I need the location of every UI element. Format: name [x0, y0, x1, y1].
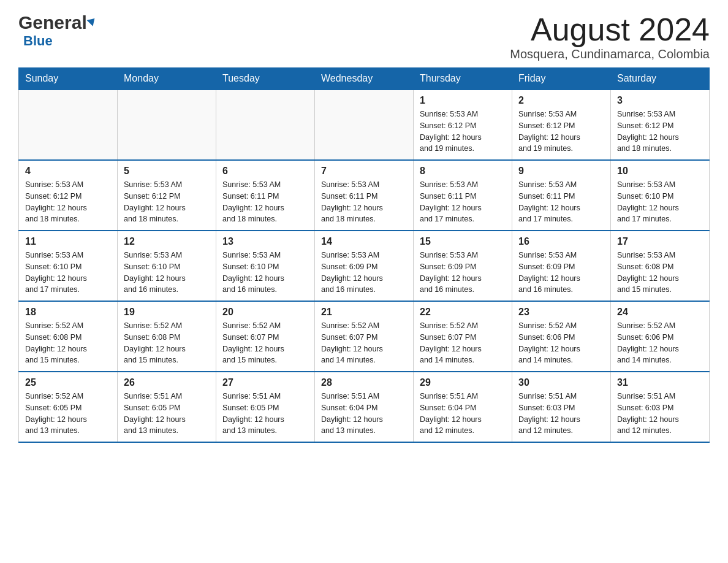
day-number: 23 [518, 307, 604, 318]
day-info: Sunrise: 5:53 AM Sunset: 6:11 PM Dayligh… [518, 179, 604, 225]
calendar-day-cell: 31Sunrise: 5:51 AM Sunset: 6:03 PM Dayli… [611, 372, 710, 442]
day-number: 8 [420, 166, 506, 177]
day-info: Sunrise: 5:53 AM Sunset: 6:12 PM Dayligh… [420, 109, 506, 155]
calendar-table: SundayMondayTuesdayWednesdayThursdayFrid… [18, 67, 710, 443]
day-info: Sunrise: 5:51 AM Sunset: 6:05 PM Dayligh… [124, 391, 210, 437]
calendar-day-cell: 10Sunrise: 5:53 AM Sunset: 6:10 PM Dayli… [611, 160, 710, 231]
day-of-week-header: Sunday [19, 68, 118, 90]
day-info: Sunrise: 5:53 AM Sunset: 6:09 PM Dayligh… [321, 250, 407, 296]
logo: General Blue [18, 12, 96, 49]
day-info: Sunrise: 5:51 AM Sunset: 6:03 PM Dayligh… [518, 391, 604, 437]
calendar-day-cell: 2Sunrise: 5:53 AM Sunset: 6:12 PM Daylig… [512, 90, 611, 160]
day-info: Sunrise: 5:52 AM Sunset: 6:08 PM Dayligh… [25, 320, 111, 366]
calendar-day-cell: 20Sunrise: 5:52 AM Sunset: 6:07 PM Dayli… [216, 301, 315, 372]
day-info: Sunrise: 5:51 AM Sunset: 6:04 PM Dayligh… [321, 391, 407, 437]
day-number: 1 [420, 95, 506, 106]
day-info: Sunrise: 5:51 AM Sunset: 6:05 PM Dayligh… [222, 391, 308, 437]
day-number: 18 [25, 307, 111, 318]
day-number: 5 [124, 166, 210, 177]
calendar-day-cell: 9Sunrise: 5:53 AM Sunset: 6:11 PM Daylig… [512, 160, 611, 231]
calendar-day-cell: 26Sunrise: 5:51 AM Sunset: 6:05 PM Dayli… [118, 372, 216, 442]
day-info: Sunrise: 5:52 AM Sunset: 6:07 PM Dayligh… [321, 320, 407, 366]
day-number: 14 [321, 236, 407, 247]
calendar-day-cell: 17Sunrise: 5:53 AM Sunset: 6:08 PM Dayli… [611, 231, 710, 301]
day-info: Sunrise: 5:52 AM Sunset: 6:08 PM Dayligh… [124, 320, 210, 366]
day-info: Sunrise: 5:53 AM Sunset: 6:09 PM Dayligh… [420, 250, 506, 296]
calendar-day-cell [118, 90, 216, 160]
day-number: 12 [124, 236, 210, 247]
day-info: Sunrise: 5:52 AM Sunset: 6:06 PM Dayligh… [518, 320, 604, 366]
day-info: Sunrise: 5:52 AM Sunset: 6:05 PM Dayligh… [25, 391, 111, 437]
day-number: 2 [518, 95, 604, 106]
day-number: 4 [25, 166, 111, 177]
calendar-day-cell: 28Sunrise: 5:51 AM Sunset: 6:04 PM Dayli… [315, 372, 414, 442]
calendar-day-cell: 24Sunrise: 5:52 AM Sunset: 6:06 PM Dayli… [611, 301, 710, 372]
calendar-day-cell: 5Sunrise: 5:53 AM Sunset: 6:12 PM Daylig… [118, 160, 216, 231]
day-number: 25 [25, 377, 111, 388]
day-info: Sunrise: 5:53 AM Sunset: 6:10 PM Dayligh… [222, 250, 308, 296]
day-info: Sunrise: 5:53 AM Sunset: 6:08 PM Dayligh… [617, 250, 703, 296]
day-info: Sunrise: 5:53 AM Sunset: 6:12 PM Dayligh… [617, 109, 703, 155]
calendar-day-cell: 23Sunrise: 5:52 AM Sunset: 6:06 PM Dayli… [512, 301, 611, 372]
day-info: Sunrise: 5:53 AM Sunset: 6:09 PM Dayligh… [518, 250, 604, 296]
day-info: Sunrise: 5:51 AM Sunset: 6:04 PM Dayligh… [420, 391, 506, 437]
day-number: 24 [617, 307, 703, 318]
day-of-week-header: Wednesday [315, 68, 414, 90]
calendar-day-cell: 1Sunrise: 5:53 AM Sunset: 6:12 PM Daylig… [414, 90, 512, 160]
month-title: August 2024 [510, 12, 710, 47]
day-of-week-header: Saturday [611, 68, 710, 90]
day-number: 17 [617, 236, 703, 247]
day-info: Sunrise: 5:53 AM Sunset: 6:12 PM Dayligh… [518, 109, 604, 155]
page-header: General Blue August 2024 Mosquera, Cundi… [18, 12, 710, 61]
calendar-day-cell: 30Sunrise: 5:51 AM Sunset: 6:03 PM Dayli… [512, 372, 611, 442]
day-info: Sunrise: 5:52 AM Sunset: 6:07 PM Dayligh… [420, 320, 506, 366]
calendar-day-cell [19, 90, 118, 160]
calendar-week-row: 1Sunrise: 5:53 AM Sunset: 6:12 PM Daylig… [19, 90, 710, 160]
day-number: 6 [222, 166, 308, 177]
calendar-day-cell [216, 90, 315, 160]
day-info: Sunrise: 5:53 AM Sunset: 6:10 PM Dayligh… [25, 250, 111, 296]
calendar-week-row: 11Sunrise: 5:53 AM Sunset: 6:10 PM Dayli… [19, 231, 710, 301]
day-of-week-header: Tuesday [216, 68, 315, 90]
calendar-day-cell: 21Sunrise: 5:52 AM Sunset: 6:07 PM Dayli… [315, 301, 414, 372]
calendar-day-cell: 11Sunrise: 5:53 AM Sunset: 6:10 PM Dayli… [19, 231, 118, 301]
day-number: 21 [321, 307, 407, 318]
day-info: Sunrise: 5:53 AM Sunset: 6:11 PM Dayligh… [420, 179, 506, 225]
day-number: 19 [124, 307, 210, 318]
calendar-header-row: SundayMondayTuesdayWednesdayThursdayFrid… [19, 68, 710, 90]
day-number: 13 [222, 236, 308, 247]
day-of-week-header: Monday [118, 68, 216, 90]
calendar-day-cell: 6Sunrise: 5:53 AM Sunset: 6:11 PM Daylig… [216, 160, 315, 231]
calendar-day-cell: 18Sunrise: 5:52 AM Sunset: 6:08 PM Dayli… [19, 301, 118, 372]
calendar-day-cell: 3Sunrise: 5:53 AM Sunset: 6:12 PM Daylig… [611, 90, 710, 160]
calendar-day-cell: 7Sunrise: 5:53 AM Sunset: 6:11 PM Daylig… [315, 160, 414, 231]
calendar-week-row: 4Sunrise: 5:53 AM Sunset: 6:12 PM Daylig… [19, 160, 710, 231]
title-block: August 2024 Mosquera, Cundinamarca, Colo… [510, 12, 710, 61]
day-number: 29 [420, 377, 506, 388]
day-number: 11 [25, 236, 111, 247]
calendar-day-cell: 29Sunrise: 5:51 AM Sunset: 6:04 PM Dayli… [414, 372, 512, 442]
calendar-day-cell: 16Sunrise: 5:53 AM Sunset: 6:09 PM Dayli… [512, 231, 611, 301]
day-info: Sunrise: 5:53 AM Sunset: 6:10 PM Dayligh… [124, 250, 210, 296]
day-number: 15 [420, 236, 506, 247]
logo-blue-text: Blue [21, 33, 53, 48]
day-number: 22 [420, 307, 506, 318]
logo-general-text: General [18, 12, 87, 33]
day-info: Sunrise: 5:53 AM Sunset: 6:11 PM Dayligh… [321, 179, 407, 225]
day-info: Sunrise: 5:53 AM Sunset: 6:11 PM Dayligh… [222, 179, 308, 225]
day-info: Sunrise: 5:53 AM Sunset: 6:10 PM Dayligh… [617, 179, 703, 225]
day-info: Sunrise: 5:53 AM Sunset: 6:12 PM Dayligh… [25, 179, 111, 225]
calendar-week-row: 25Sunrise: 5:52 AM Sunset: 6:05 PM Dayli… [19, 372, 710, 442]
day-number: 10 [617, 166, 703, 177]
day-number: 26 [124, 377, 210, 388]
calendar-day-cell: 27Sunrise: 5:51 AM Sunset: 6:05 PM Dayli… [216, 372, 315, 442]
day-number: 28 [321, 377, 407, 388]
calendar-day-cell: 22Sunrise: 5:52 AM Sunset: 6:07 PM Dayli… [414, 301, 512, 372]
day-number: 27 [222, 377, 308, 388]
calendar-day-cell: 8Sunrise: 5:53 AM Sunset: 6:11 PM Daylig… [414, 160, 512, 231]
calendar-day-cell: 13Sunrise: 5:53 AM Sunset: 6:10 PM Dayli… [216, 231, 315, 301]
day-number: 20 [222, 307, 308, 318]
logo-arrow-icon [86, 15, 97, 26]
calendar-day-cell: 12Sunrise: 5:53 AM Sunset: 6:10 PM Dayli… [118, 231, 216, 301]
day-number: 3 [617, 95, 703, 106]
